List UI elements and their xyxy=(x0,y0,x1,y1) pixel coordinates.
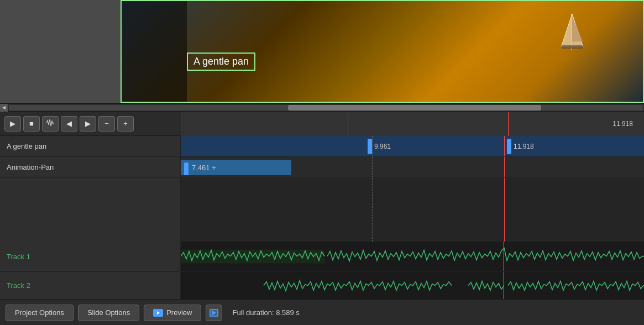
project-options-label: Project Options xyxy=(15,308,64,317)
red-line-spacer xyxy=(504,178,505,242)
track1-waveform xyxy=(181,242,644,271)
minus-icon: − xyxy=(104,119,109,128)
play-icon: ▶ xyxy=(10,119,15,128)
back-button[interactable]: ◀ xyxy=(61,116,77,132)
slide-options-label: Slide Options xyxy=(87,308,130,317)
animation-pan-content[interactable]: 7.461 + xyxy=(181,157,644,177)
forward-button[interactable]: ▶ xyxy=(80,116,96,132)
scrollbar-row: ◀ xyxy=(0,104,644,112)
gentle-pan-track: A gentle pan 9.961 11.918 xyxy=(0,136,644,157)
track1-label: Track 1 xyxy=(0,242,181,271)
preview-image: A gentle pan xyxy=(121,0,644,103)
stop-icon: ■ xyxy=(29,119,34,128)
scrollbar-thumb[interactable] xyxy=(288,105,542,111)
playhead-line xyxy=(508,112,509,136)
gentle-pan-label-text: A gentle pan xyxy=(7,142,46,150)
gentle-pan-content[interactable]: 9.961 11.918 xyxy=(181,136,644,156)
animation-pan-block: 7.461 + xyxy=(181,160,291,175)
plus-icon: + xyxy=(123,119,128,128)
anim-keyframe[interactable] xyxy=(184,162,189,175)
keyframe-1[interactable] xyxy=(368,139,372,154)
anim-time-label: 7.461 + xyxy=(192,164,216,172)
caption-overlay: A gentle pan xyxy=(187,53,255,71)
back-icon: ◀ xyxy=(66,119,72,128)
play-button[interactable]: ▶ xyxy=(4,116,21,132)
track1-content[interactable] xyxy=(181,242,644,271)
dashed-v-anim xyxy=(372,157,373,177)
dashed-v-1 xyxy=(372,136,373,156)
stop-button[interactable]: ■ xyxy=(23,116,40,132)
svg-rect-3 xyxy=(561,45,583,49)
track2-label: Track 2 xyxy=(0,272,181,299)
duration-text: Full duration: 8.589 s xyxy=(232,308,299,317)
red-line-timeline xyxy=(504,136,505,156)
timeline-spacer xyxy=(0,178,644,242)
waveform-icon xyxy=(46,119,54,128)
track1-label-text: Track 1 xyxy=(7,253,30,261)
project-options-button[interactable]: Project Options xyxy=(6,305,74,321)
gentle-pan-label: A gentle pan xyxy=(0,136,181,156)
keyframe-2[interactable] xyxy=(507,139,511,154)
spacer-label xyxy=(0,178,181,242)
zoom-in-button[interactable]: + xyxy=(117,116,134,132)
time-marker-end: 11.918 xyxy=(612,120,633,128)
animation-pan-track: Animation-Pan 7.461 + xyxy=(0,157,644,178)
svg-rect-9 xyxy=(504,272,507,299)
zoom-out-button[interactable]: − xyxy=(98,116,115,132)
svg-marker-2 xyxy=(572,17,583,41)
dashed-v-spacer xyxy=(372,178,373,242)
track2-waveform xyxy=(181,272,644,299)
svg-rect-1 xyxy=(571,14,572,50)
track2-row: Track 2 xyxy=(0,272,644,300)
svg-rect-8 xyxy=(452,272,471,299)
red-line-anim xyxy=(504,157,505,177)
controls-row: ▶ ■ ◀ ▶ − + 11.918 xyxy=(0,112,644,136)
waveform-button[interactable] xyxy=(42,116,59,132)
preview-button[interactable]: Preview xyxy=(144,305,201,321)
preview-icon xyxy=(153,309,163,317)
gentle-pan-block: 9.961 11.918 xyxy=(181,136,644,156)
animation-pan-label: Animation-Pan xyxy=(0,157,181,177)
preview-label: Preview xyxy=(166,308,192,317)
timeline-header: 11.918 xyxy=(181,112,644,136)
spacer-content xyxy=(181,178,644,242)
track1-row: Track 1 xyxy=(0,242,644,272)
scroll-left-arrow[interactable]: ◀ xyxy=(0,104,8,112)
timeline-area: A gentle pan 9.961 11.918 Animation-Pan xyxy=(0,136,644,300)
dashed-line-1 xyxy=(348,112,348,136)
preview-area: A gentle pan xyxy=(0,0,644,104)
preview-left-panel xyxy=(0,0,121,103)
playback-controls: ▶ ■ ◀ ▶ − + xyxy=(0,116,181,132)
sailboat-icon xyxy=(556,11,589,55)
track2-label-text: Track 2 xyxy=(7,281,30,290)
forward-icon: ▶ xyxy=(85,119,91,128)
scrollbar-track[interactable] xyxy=(9,105,643,111)
caption-text: A gentle pan xyxy=(193,56,249,67)
bottom-bar: Project Options Slide Options Preview Fu… xyxy=(0,300,644,325)
animation-pan-label-text: Animation-Pan xyxy=(7,163,54,171)
time-label-9961: 9.961 xyxy=(374,143,391,150)
track2-content[interactable] xyxy=(181,272,644,299)
slide-options-button[interactable]: Slide Options xyxy=(78,305,139,321)
small-preview-icon-btn[interactable] xyxy=(206,305,222,321)
time-label-11918: 11.918 xyxy=(514,143,534,150)
preview-dark-overlay xyxy=(121,0,187,103)
preview-main: A gentle pan xyxy=(121,0,644,103)
